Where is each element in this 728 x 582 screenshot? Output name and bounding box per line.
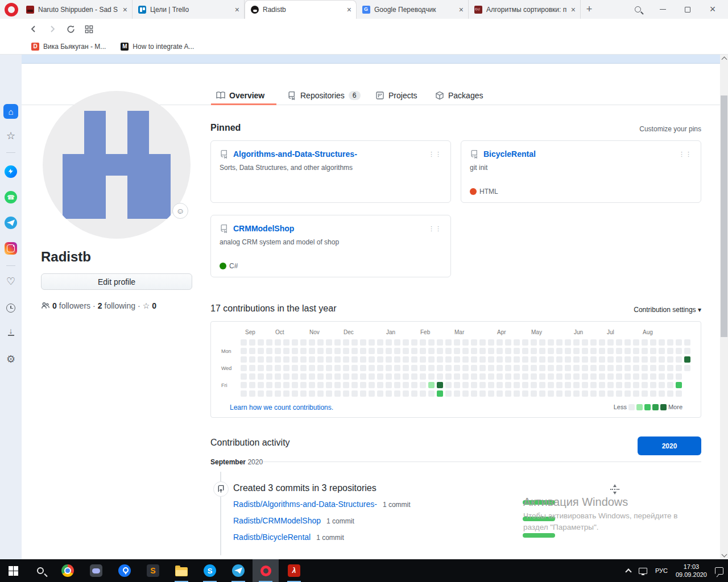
- contribution-cell[interactable]: [317, 382, 324, 388]
- contribution-cell[interactable]: [351, 390, 358, 397]
- contribution-cell[interactable]: [309, 373, 315, 380]
- contribution-cell[interactable]: [582, 348, 588, 354]
- contribution-cell[interactable]: [258, 373, 264, 380]
- contribution-cell[interactable]: [531, 365, 537, 371]
- contribution-cell[interactable]: [539, 356, 545, 363]
- contribution-cell[interactable]: [556, 356, 562, 363]
- contribution-cell[interactable]: [479, 356, 486, 363]
- contribution-cell[interactable]: [667, 356, 673, 363]
- contribution-cell[interactable]: [317, 339, 324, 346]
- contribution-cell[interactable]: [317, 373, 324, 380]
- contribution-cell[interactable]: [275, 339, 281, 346]
- contribution-cell[interactable]: [471, 390, 477, 397]
- contribution-cell[interactable]: [642, 348, 648, 354]
- contribution-cell[interactable]: [676, 356, 682, 363]
- contribution-cell[interactable]: [266, 390, 272, 397]
- contribution-cell[interactable]: [633, 390, 639, 397]
- contribution-cell[interactable]: [556, 339, 562, 346]
- contribution-cell[interactable]: [437, 339, 443, 346]
- language-indicator[interactable]: РУС: [655, 567, 668, 574]
- contribution-cell[interactable]: [386, 356, 392, 363]
- contribution-cell[interactable]: [411, 365, 417, 371]
- contribution-cell[interactable]: [676, 373, 682, 380]
- contribution-cell[interactable]: [275, 365, 281, 371]
- contribution-cell[interactable]: [343, 390, 349, 397]
- contribution-cell[interactable]: [607, 382, 614, 388]
- contribution-cell[interactable]: [505, 356, 511, 363]
- contribution-cell[interactable]: [420, 390, 426, 397]
- contribution-cell[interactable]: [309, 365, 315, 371]
- contribution-cell[interactable]: [394, 382, 400, 388]
- contribution-cell[interactable]: [616, 348, 622, 354]
- contribution-cell[interactable]: [300, 390, 307, 397]
- contribution-cell[interactable]: [343, 339, 349, 346]
- contribution-cell[interactable]: [599, 339, 605, 346]
- contribution-cell[interactable]: [428, 382, 435, 388]
- contribution-cell[interactable]: [650, 373, 656, 380]
- repo-link[interactable]: CRMModelShop: [233, 224, 424, 233]
- taskbar-chrome-icon[interactable]: [55, 559, 81, 582]
- edit-profile-button[interactable]: Edit profile: [41, 273, 192, 290]
- contribution-cell[interactable]: [497, 365, 503, 371]
- contribution-cell[interactable]: [616, 373, 622, 380]
- tab-close-icon[interactable]: ×: [571, 6, 576, 14]
- contribution-cell[interactable]: [505, 365, 511, 371]
- contribution-cell[interactable]: [377, 382, 383, 388]
- sidebar-whatsapp-button[interactable]: ☎: [0, 191, 22, 203]
- contribution-cell[interactable]: [565, 373, 571, 380]
- contribution-cell[interactable]: [428, 339, 435, 346]
- contribution-cell[interactable]: [505, 373, 511, 380]
- contribution-cell[interactable]: [522, 339, 528, 346]
- contribution-cell[interactable]: [659, 365, 665, 371]
- contribution-cell[interactable]: [531, 390, 537, 397]
- contribution-cell[interactable]: [548, 382, 554, 388]
- contribution-cell[interactable]: [334, 348, 341, 354]
- contribution-cell[interactable]: [676, 382, 682, 388]
- contribution-cell[interactable]: [343, 373, 349, 380]
- contribution-cell[interactable]: [351, 382, 358, 388]
- contribution-cell[interactable]: [437, 365, 443, 371]
- contribution-cell[interactable]: [241, 365, 247, 371]
- contribution-cell[interactable]: [650, 390, 656, 397]
- contribution-cell[interactable]: [377, 356, 383, 363]
- contribution-cell[interactable]: [369, 339, 375, 346]
- contribution-cell[interactable]: [488, 382, 494, 388]
- contribution-cell[interactable]: [309, 339, 315, 346]
- contribution-cell[interactable]: [479, 382, 486, 388]
- contribution-cell[interactable]: [437, 390, 443, 397]
- contribution-cell[interactable]: [454, 339, 460, 346]
- contribution-cell[interactable]: [522, 373, 528, 380]
- profile-tab-projects[interactable]: Projects: [375, 86, 417, 105]
- contribution-cell[interactable]: [428, 356, 435, 363]
- contribution-cell[interactable]: [590, 390, 597, 397]
- contribution-cell[interactable]: [445, 339, 452, 346]
- contribution-cell[interactable]: [556, 373, 562, 380]
- contribution-cell[interactable]: [334, 339, 341, 346]
- contribution-cell[interactable]: [497, 373, 503, 380]
- contribution-cell[interactable]: [514, 348, 520, 354]
- contribution-cell[interactable]: [258, 382, 264, 388]
- contribution-cell[interactable]: [505, 339, 511, 346]
- contribution-cell[interactable]: [445, 382, 452, 388]
- contribution-cell[interactable]: [411, 356, 417, 363]
- contribution-cell[interactable]: [266, 339, 272, 346]
- contribution-cell[interactable]: [437, 348, 443, 354]
- contribution-cell[interactable]: [573, 373, 580, 380]
- contribution-cell[interactable]: [309, 348, 315, 354]
- contribution-cell[interactable]: [599, 390, 605, 397]
- contribution-cell[interactable]: [556, 348, 562, 354]
- contribution-cell[interactable]: [633, 382, 639, 388]
- contribution-cell[interactable]: [497, 356, 503, 363]
- contribution-cell[interactable]: [539, 382, 545, 388]
- contribution-cell[interactable]: [283, 348, 289, 354]
- contribution-cell[interactable]: [514, 365, 520, 371]
- contribution-cell[interactable]: [616, 356, 622, 363]
- contribution-cell[interactable]: [548, 390, 554, 397]
- contribution-settings-button[interactable]: Contribution settings ▾: [634, 306, 701, 314]
- contribution-cell[interactable]: [292, 356, 298, 363]
- bookmark-item[interactable]: DВика Бьякуган - М...: [31, 43, 106, 51]
- contribution-cell[interactable]: [624, 365, 631, 371]
- contribution-cell[interactable]: [317, 390, 324, 397]
- contribution-cell[interactable]: [548, 356, 554, 363]
- contribution-cell[interactable]: [445, 365, 452, 371]
